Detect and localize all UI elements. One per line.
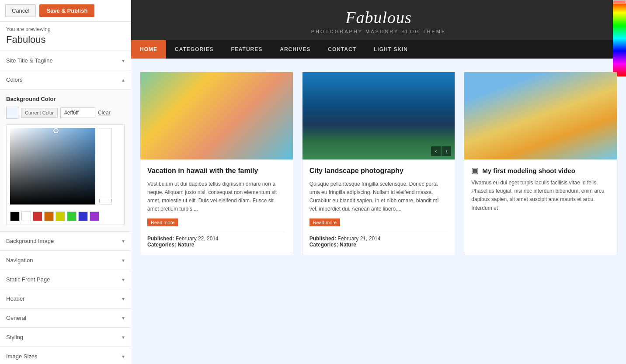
cancel-button[interactable]: Cancel <box>5 4 36 17</box>
customizer-panel: Cancel Save & Publish You are previewing… <box>0 0 131 364</box>
post-title-2: City landscape photography <box>310 166 448 176</box>
nav-item-light-skin[interactable]: LIGHT SKIN <box>365 40 417 59</box>
panel-toolbar: Cancel Save & Publish <box>0 0 131 22</box>
header-header[interactable]: Header ▾ <box>0 289 131 308</box>
colors-chevron-icon: ▴ <box>122 77 125 83</box>
colors-label: Colors <box>6 76 23 83</box>
bg-image-label: Background Image <box>6 238 54 244</box>
post-image-3 <box>464 72 617 159</box>
published-date-1: February 22, 2014 <box>176 236 219 242</box>
site-title-logo: Fabulous <box>131 8 626 27</box>
color-row: Current Color Clear <box>6 107 125 119</box>
gradient-handle[interactable] <box>53 128 59 133</box>
post-card-2: ‹ › City landscape photography Quisque p… <box>302 72 456 255</box>
color-swatch[interactable] <box>6 107 18 119</box>
color-swatch-1[interactable] <box>21 211 31 221</box>
color-swatch-4[interactable] <box>56 211 65 221</box>
site-header: Fabulous PHOTOGRAPHY MASONRY BLOG THEME <box>131 0 626 40</box>
nav-item-contact[interactable]: CONTACT <box>319 40 365 59</box>
post-card-3: ▣ My first modeling shoot video Vivamus … <box>464 72 617 255</box>
static-front-section: Static Front Page ▾ <box>0 270 131 289</box>
post-img-next-button[interactable]: › <box>442 146 451 156</box>
post-excerpt-3: Vivamus eu dui eget turpis iaculis facil… <box>464 179 617 218</box>
post-excerpt-2: Quisque pellentesque fringilla scelerisq… <box>310 180 448 214</box>
post-card-1: Vacation in hawaii with the family Vesti… <box>140 72 293 255</box>
nav-item-archives[interactable]: ARCHIVES <box>271 40 319 59</box>
published-label-2: Published: <box>310 236 336 242</box>
video-post-header: ▣ My first modeling shoot video <box>464 159 617 179</box>
navigation-label: Navigation <box>6 257 33 263</box>
hex-color-input[interactable] <box>60 107 95 118</box>
clear-color-button[interactable]: Clear <box>98 110 111 116</box>
published-date-2: February 21, 2014 <box>337 236 380 242</box>
site-title-label: Site Title & Tagline <box>6 57 53 64</box>
header-chevron-icon: ▾ <box>122 296 125 302</box>
site-title-header[interactable]: Site Title & Tagline ▾ <box>0 51 131 70</box>
blog-area: Vacation in hawaii with the family Vesti… <box>131 59 626 364</box>
colors-section-body: Background Color Current Color Clear <box>0 90 131 231</box>
header-label: Header <box>6 295 25 302</box>
navigation-section: Navigation ▾ <box>0 250 131 270</box>
image-sizes-chevron-icon: ▾ <box>122 354 125 360</box>
color-swatch-3[interactable] <box>44 211 54 221</box>
site-tagline: PHOTOGRAPHY MASONRY BLOG THEME <box>131 29 626 34</box>
categories-label-1: Categories: <box>147 242 176 248</box>
static-front-chevron-icon: ▾ <box>122 277 125 283</box>
published-label-1: Published: <box>147 236 174 242</box>
navigation-chevron-icon: ▾ <box>122 257 125 263</box>
bg-color-label: Background Color <box>6 96 125 102</box>
color-swatch-0[interactable] <box>10 211 20 221</box>
static-front-header[interactable]: Static Front Page ▾ <box>0 270 131 289</box>
nav-item-categories[interactable]: CATEGORIES <box>166 40 222 59</box>
bg-image-section: Background Image ▾ <box>0 231 131 250</box>
nav-item-features[interactable]: FEATURES <box>222 40 271 59</box>
opacity-handle[interactable] <box>99 199 111 202</box>
general-label: General <box>6 315 26 321</box>
site-nav: HOME CATEGORIES FEATURES ARCHIVES CONTAC… <box>131 40 626 59</box>
colors-header[interactable]: Colors ▴ <box>0 70 131 90</box>
color-swatches <box>10 211 121 221</box>
post-title-3: My first modeling shoot video <box>482 167 575 174</box>
opacity-strip[interactable] <box>99 128 112 205</box>
navigation-header[interactable]: Navigation ▾ <box>0 251 131 270</box>
styling-chevron-icon: ▾ <box>122 334 125 340</box>
post-img-prev-button[interactable]: ‹ <box>431 146 441 156</box>
site-title-section: Site Title & Tagline ▾ <box>0 51 131 70</box>
image-sizes-label: Image Sizes <box>6 353 38 360</box>
nav-item-home[interactable]: HOME <box>131 40 166 59</box>
static-front-label: Static Front Page <box>6 276 50 283</box>
color-gradient-picker[interactable] <box>10 128 95 205</box>
color-swatch-5[interactable] <box>67 211 77 221</box>
styling-header[interactable]: Styling ▾ <box>0 328 131 347</box>
read-more-1[interactable]: Read more <box>147 218 178 226</box>
styling-label: Styling <box>6 334 23 340</box>
bg-image-chevron-icon: ▾ <box>122 238 125 244</box>
bg-image-header[interactable]: Background Image ▾ <box>0 232 131 250</box>
image-sizes-section: Image Sizes ▾ <box>0 347 131 364</box>
header-section: Header ▾ <box>0 289 131 308</box>
color-swatch-7[interactable] <box>90 211 99 221</box>
post-image-1 <box>140 72 293 159</box>
image-sizes-header[interactable]: Image Sizes ▾ <box>0 347 131 364</box>
video-icon: ▣ <box>471 166 479 175</box>
color-swatch-2[interactable] <box>33 211 42 221</box>
post-image-nav: ‹ › <box>431 146 451 156</box>
post-meta-2: Published: February 21, 2014 Categories:… <box>310 231 448 248</box>
post-body-1: Vacation in hawaii with the family Vesti… <box>140 159 293 255</box>
general-chevron-icon: ▾ <box>122 315 125 321</box>
post-meta-1: Published: February 22, 2014 Categories:… <box>147 231 286 248</box>
post-excerpt-1: Vestibulum ut dui dapibus tellus digniss… <box>147 180 286 214</box>
posts-grid: Vacation in hawaii with the family Vesti… <box>140 72 617 255</box>
site-title-chevron-icon: ▾ <box>122 58 125 64</box>
color-swatch-6[interactable] <box>78 211 88 221</box>
preview-label: You are previewing <box>0 22 131 33</box>
colors-section: Colors ▴ Background Color Current Color … <box>0 70 131 231</box>
read-more-2[interactable]: Read more <box>310 218 340 226</box>
preview-panel: Fabulous PHOTOGRAPHY MASONRY BLOG THEME … <box>131 0 626 364</box>
picker-row <box>10 128 121 208</box>
general-header[interactable]: General ▾ <box>0 309 131 327</box>
post-body-2: City landscape photography Quisque pelle… <box>303 159 455 255</box>
current-color-button[interactable]: Current Color <box>21 108 58 118</box>
save-publish-button[interactable]: Save & Publish <box>39 4 94 17</box>
categories-label-2: Categories: <box>310 242 338 248</box>
